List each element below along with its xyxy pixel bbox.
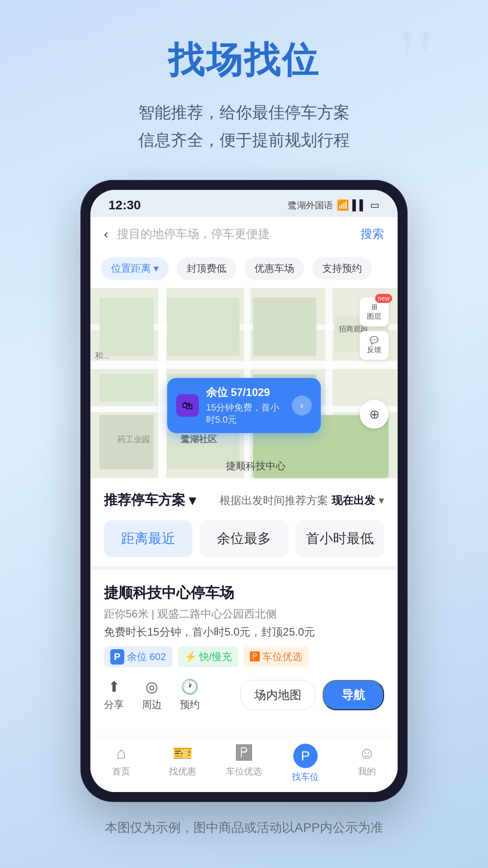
nav-find-parking-label: 找车位 — [292, 771, 319, 783]
svg-rect-4 — [158, 288, 166, 478]
share-label: 分享 — [104, 698, 124, 712]
filter-label-location: 位置距离 — [111, 262, 151, 275]
compass-button[interactable]: ⊕ — [360, 400, 389, 429]
rec-right: 根据出发时间推荐方案 现在出发 ▾ — [220, 493, 384, 508]
card-price: 免费时长15分钟，首小时5.0元，封顶25.0元 — [104, 625, 384, 639]
feedback-label: 反馈 — [367, 345, 381, 355]
action-group: ⬆ 分享 ◎ 周边 🕐 预约 — [104, 678, 200, 712]
subtitle-line1: 智能推荐，给你最佳停车方案 — [138, 99, 350, 126]
nav-find-parking[interactable]: P 找车位 — [275, 744, 336, 783]
svg-rect-9 — [167, 297, 239, 356]
map-area[interactable]: 药工业园 鹭湖社区 招商观园 捷顺科技中心 和... ⊞ 图层 new 💬 — [90, 288, 398, 478]
rec-panel: 推荐停车方案 ▾ 根据出发时间推荐方案 现在出发 ▾ 距离最近 余位最多 首小时… — [90, 478, 398, 566]
filter-tag-reserve[interactable]: 支持预约 — [312, 257, 372, 280]
layer-label: 图层 — [367, 312, 381, 321]
rec-title: 推荐停车方案 ▾ — [104, 491, 196, 509]
feedback-icon: 💬 — [370, 336, 379, 344]
rec-time-label: 现在出发 — [332, 493, 375, 508]
action-reserve[interactable]: 🕐 预约 — [180, 678, 200, 712]
filter-bar: 位置距离 ▾ 封顶费低 优惠车场 支持预约 — [90, 251, 398, 288]
discount-icon: 🎫 — [173, 744, 193, 763]
nav-mine-label: 我的 — [358, 765, 376, 778]
nav-preferred[interactable]: 🅿 车位优选 — [213, 744, 275, 783]
sort-tabs: 距离最近 余位最多 首小时最低 — [104, 520, 384, 557]
parking-card: 捷顺科技中心停车场 距你56米 | 观盛二路中心公园西北侧 免费时长15分钟，首… — [90, 566, 398, 736]
filter-tag-discount[interactable]: 优惠车场 — [244, 257, 304, 280]
back-arrow-icon[interactable]: ‹ — [104, 227, 108, 241]
sort-tab-spaces[interactable]: 余位最多 — [200, 520, 288, 557]
action-nearby[interactable]: ◎ 周边 — [142, 678, 162, 712]
filter-arrow-icon: ▾ — [154, 263, 159, 274]
popup-spaces: 余位 57/1029 — [206, 385, 285, 400]
popup-arrow-icon[interactable]: › — [292, 396, 312, 415]
sort-tab-distance-label: 距离最近 — [121, 531, 175, 546]
nav-discount[interactable]: 🎫 找优惠 — [152, 744, 213, 783]
search-placeholder[interactable]: 搜目的地停车场，停车更便捷 — [117, 226, 352, 242]
wifi-icon: 📶 — [337, 199, 349, 211]
card-name: 捷顺科技中心停车场 — [104, 583, 384, 603]
nav-home[interactable]: ⌂ 首页 — [90, 744, 152, 783]
bottom-nav: ⌂ 首页 🎫 找优惠 🅿 车位优选 P 找车位 ☺ 我的 — [90, 736, 398, 792]
subtitle-line2: 信息齐全，便于提前规划行程 — [138, 126, 350, 154]
indoor-map-button[interactable]: 场内地图 — [240, 680, 315, 710]
search-button[interactable]: 搜索 — [361, 226, 384, 242]
action-buttons: 场内地图 导航 — [240, 680, 384, 710]
layer-btn-wrap: ⊞ 图层 new — [360, 297, 389, 326]
rec-title-arrow: ▾ — [189, 492, 196, 508]
share-icon: ⬆ — [108, 678, 120, 695]
search-bar: ‹ 搜目的地停车场，停车更便捷 搜索 — [90, 217, 398, 251]
svg-rect-10 — [253, 297, 316, 356]
filter-label-discount: 优惠车场 — [254, 262, 294, 275]
new-badge: new — [375, 294, 392, 303]
card-tags: P 余位 602 ⚡ 快/慢充 🅿 车位优选 — [104, 646, 384, 667]
subtitle: 智能推荐，给你最佳停车方案 信息齐全，便于提前规划行程 — [138, 99, 350, 154]
phone-mockup: 12:30 鹭湖外国语 📶 ▌▌ ▭ ‹ 搜目的地停车场，停车更便捷 搜索 位置… — [81, 181, 407, 801]
rec-time-arrow: ▾ — [379, 494, 384, 507]
charging-icon: ⚡ — [184, 651, 197, 663]
home-icon: ⌂ — [116, 744, 126, 763]
header-section: 找场找位 智能推荐，给你最佳停车方案 信息齐全，便于提前规划行程 — [138, 36, 350, 154]
preferred-nav-icon: 🅿 — [236, 744, 252, 763]
nav-preferred-label: 车位优选 — [226, 765, 262, 778]
feedback-button[interactable]: 💬 反馈 — [360, 331, 389, 360]
svg-text:和...: 和... — [95, 351, 110, 360]
status-bar: 12:30 鹭湖外国语 📶 ▌▌ ▭ — [90, 190, 398, 217]
card-address: 距你56米 | 观盛二路中心公园西北侧 — [104, 607, 384, 621]
nav-home-label: 首页 — [112, 765, 130, 778]
svg-text:鹭湖社区: 鹭湖社区 — [181, 434, 217, 444]
status-time: 12:30 — [108, 198, 141, 212]
sort-tab-price-label: 首小时最低 — [306, 531, 374, 546]
action-share[interactable]: ⬆ 分享 — [104, 678, 124, 712]
filter-tag-price[interactable]: 封顶费低 — [177, 257, 236, 280]
map-overlay-right: ⊞ 图层 new 💬 反馈 — [360, 297, 389, 360]
bg-decoration: " — [393, 18, 474, 108]
parking-popup[interactable]: 🛍 余位 57/1029 15分钟免费，首小时5.0元 › — [167, 378, 321, 433]
nav-discount-label: 找优惠 — [169, 765, 196, 778]
main-title: 找场找位 — [138, 36, 350, 85]
layer-icon: ⊞ — [371, 302, 377, 311]
nearby-label: 周边 — [142, 698, 162, 712]
sort-tab-price[interactable]: 首小时最低 — [296, 520, 384, 557]
tag-charging-text: 快/慢充 — [199, 650, 232, 664]
nav-active-indicator: P — [293, 744, 318, 768]
footer-note: 本图仅为示例，图中商品或活动以APP内公示为准 — [105, 819, 383, 836]
tag-spaces-text: 余位 602 — [127, 650, 166, 664]
filter-label-price: 封顶费低 — [187, 262, 226, 275]
nearby-icon: ◎ — [145, 678, 158, 695]
status-icons: 鹭湖外国语 📶 ▌▌ ▭ — [288, 199, 380, 212]
svg-text:药工业园: 药工业园 — [117, 435, 150, 444]
find-parking-icon: P — [301, 748, 310, 764]
rec-sort-label: 根据出发时间推荐方案 — [220, 493, 328, 508]
tag-p-icon: P — [110, 649, 124, 665]
svg-text:": " — [398, 18, 435, 108]
carrier-label: 鹭湖外国语 — [288, 199, 333, 212]
svg-rect-8 — [99, 297, 154, 356]
popup-info: 余位 57/1029 15分钟免费，首小时5.0元 — [206, 385, 285, 426]
navigate-button[interactable]: 导航 — [323, 680, 384, 710]
sort-tab-distance[interactable]: 距离最近 — [104, 520, 192, 557]
svg-text:捷顺科技中心: 捷顺科技中心 — [226, 460, 286, 472]
reserve-label: 预约 — [180, 698, 200, 712]
popup-desc: 15分钟免费，首小时5.0元 — [206, 401, 285, 426]
filter-tag-location[interactable]: 位置距离 ▾ — [101, 257, 169, 280]
nav-mine[interactable]: ☺ 我的 — [336, 744, 398, 783]
